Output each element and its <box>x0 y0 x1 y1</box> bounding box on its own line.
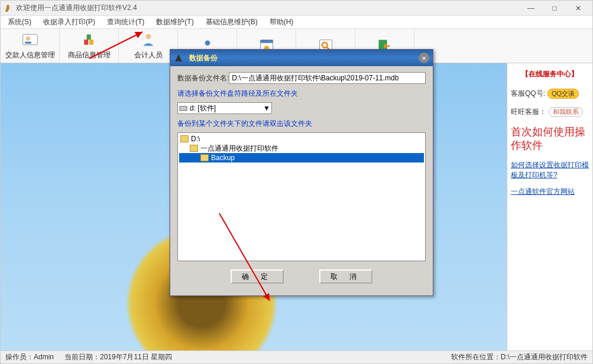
tool-accountant[interactable]: 会计人员 <box>119 29 178 63</box>
tool-payer-info[interactable]: 交款人信息管理 <box>1 29 60 63</box>
dialog-icon <box>174 53 183 63</box>
menu-data-maintain[interactable]: 数据维护(T) <box>150 16 199 28</box>
qq-label: 客服QQ号: <box>511 89 545 99</box>
double-click-hint: 备份到某个文件夹下的文件请双击该文件夹 <box>177 119 426 129</box>
person-group-icon <box>140 31 157 48</box>
ww-label: 旺旺客服： <box>511 107 546 117</box>
status-location: 软件所在位置：D:\一点通通用收据打印软件 <box>451 352 588 362</box>
tool-label: 会计人员 <box>134 50 163 60</box>
tool-label: 商品信息管理 <box>68 50 111 60</box>
svg-rect-6 <box>260 40 273 43</box>
backup-dialog: 数据备份 ✕ 数据备份文件名: 请选择备份文件盘符路径及所在文件夹 d: [软件… <box>170 49 433 296</box>
menu-receipt-input[interactable]: 收据录入打印(P) <box>37 16 101 28</box>
svg-rect-12 <box>180 106 187 110</box>
wangwang-service-row: 旺旺客服： 和我联系 <box>511 107 589 117</box>
menu-basic-info[interactable]: 基础信息维护(B) <box>200 16 264 28</box>
close-button[interactable]: ✕ <box>566 1 590 16</box>
select-path-hint: 请选择备份文件盘符路径及所在文件夹 <box>177 89 426 99</box>
boxes-icon <box>81 31 98 48</box>
official-site-link[interactable]: 一点通软件官方网站 <box>511 187 589 197</box>
menu-query[interactable]: 查询统计(T) <box>101 16 150 28</box>
menu-bar: 系统(S) 收据录入打印(P) 查询统计(T) 数据维护(T) 基础信息维护(B… <box>1 16 592 29</box>
window-title: 欢迎使用一点通通用收据打印软件V2.4 <box>16 3 519 13</box>
svg-rect-2 <box>25 42 31 44</box>
tree-node-root[interactable]: D:\ <box>179 134 424 144</box>
window-titlebar: 欢迎使用一点通通用收据打印软件V2.4 — □ ✕ <box>1 1 592 16</box>
dialog-body: 数据备份文件名: 请选择备份文件盘符路径及所在文件夹 d: [软件] ▼ 备份到… <box>170 66 433 295</box>
dialog-title: 数据备份 <box>189 53 419 63</box>
tool-product-info[interactable]: 商品信息管理 <box>60 29 119 63</box>
tree-node-backup[interactable]: Backup <box>179 153 424 162</box>
status-date: 当前日期：2019年7月11日 星期四 <box>64 352 172 362</box>
svg-point-4 <box>205 40 210 46</box>
folder-icon <box>190 145 198 152</box>
service-title: 【在线服务中心】 <box>511 69 589 79</box>
folder-icon <box>200 154 209 161</box>
app-icon <box>3 4 12 13</box>
folder-icon <box>180 135 189 142</box>
person-card-icon <box>22 31 38 48</box>
tool-label: 交款人信息管理 <box>5 50 55 60</box>
tree-label: 一点通通用收据打印软件 <box>200 144 278 154</box>
minimize-button[interactable]: — <box>519 1 543 16</box>
template-setup-link[interactable]: 如何选择设置收据打印模板及打印机等? <box>511 160 589 180</box>
ok-button[interactable]: 确 定 <box>231 269 284 284</box>
backup-file-label: 数据备份文件名: <box>177 73 229 83</box>
first-use-link[interactable]: 首次如何使用操作软件 <box>511 125 589 153</box>
status-operator: 操作员：Admin <box>5 352 54 362</box>
tree-label: Backup <box>211 154 235 162</box>
status-bar: 操作员：Admin 当前日期：2019年7月11日 星期四 软件所在位置：D:\… <box>1 350 592 363</box>
backup-file-input[interactable] <box>229 72 426 84</box>
tree-label: D:\ <box>191 135 200 143</box>
drive-select[interactable]: d: [软件] ▼ <box>177 102 272 114</box>
service-panel: 【在线服务中心】 客服QQ号: QQ交谈 旺旺客服： 和我联系 首次如何使用操作… <box>507 63 592 350</box>
folder-tree[interactable]: D:\ 一点通通用收据打印软件 Backup <box>177 132 426 261</box>
svg-point-3 <box>145 34 151 39</box>
qq-badge[interactable]: QQ交谈 <box>547 89 579 99</box>
maximize-button[interactable]: □ <box>543 1 566 16</box>
dialog-titlebar[interactable]: 数据备份 ✕ <box>170 50 433 66</box>
drive-select-value: d: [软件] <box>190 103 216 113</box>
menu-system[interactable]: 系统(S) <box>2 16 37 28</box>
drive-icon <box>179 105 187 112</box>
cancel-button[interactable]: 取 消 <box>319 269 372 284</box>
svg-point-1 <box>26 37 30 41</box>
menu-help[interactable]: 帮助(H) <box>264 16 300 28</box>
tree-node-app[interactable]: 一点通通用收据打印软件 <box>179 144 424 153</box>
ww-badge[interactable]: 和我联系 <box>549 107 583 117</box>
dialog-close-button[interactable]: ✕ <box>419 53 429 63</box>
qq-service-row: 客服QQ号: QQ交谈 <box>511 89 589 99</box>
